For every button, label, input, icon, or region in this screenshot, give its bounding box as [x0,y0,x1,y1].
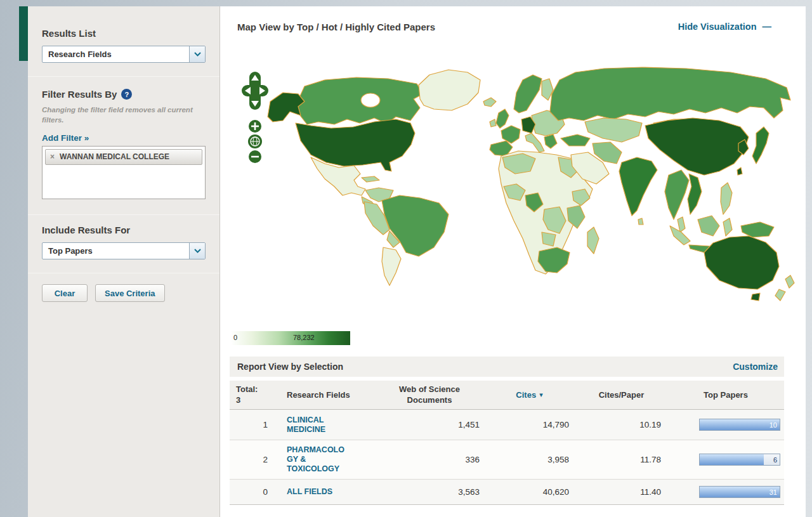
field-link[interactable]: CLINICAL MEDICINE [287,416,348,435]
top-papers-bar: 31 [699,486,780,498]
sidebar: Results List Research Fields Filter Resu… [28,6,220,517]
row-cites: 3,958 [483,440,575,479]
chevron-down-icon [189,46,205,62]
map-zoom-control[interactable] [247,119,263,166]
header-top-papers[interactable]: Top Papers [667,381,784,409]
results-list-heading: Results List [42,28,96,39]
include-results-heading: Include Results For [42,225,130,235]
map-pan-control[interactable] [241,71,269,113]
filter-note: Changing the filter field removes all cu… [42,105,202,125]
legend-min: 0 [233,334,237,341]
hide-visualization-label: Hide Visualization [678,22,757,32]
legend-max: 78,232 [293,334,315,341]
include-results-dropdown[interactable]: Top Papers [42,242,206,259]
row-docs: 336 [376,440,483,479]
header-cites-per-paper[interactable]: Cites/Paper [575,381,667,409]
report-table: Total: 3 Research Fields Web of Science … [230,381,784,505]
field-link[interactable]: PHARMACOLOGY & TOXICOLOGY [287,445,348,474]
minus-icon: — [763,22,772,32]
filter-results-heading: Filter Results By [42,89,117,100]
table-row: 1 CLINICAL MEDICINE 1,451 14,790 10.19 1… [230,410,784,440]
filter-box: × WANNAN MEDICAL COLLEGE [42,146,206,199]
customize-link[interactable]: Customize [733,357,778,377]
sort-desc-icon: ▾ [539,391,543,399]
row-cites: 40,620 [483,480,575,504]
report-section: Report View by Selection Customize Total… [230,357,784,505]
top-papers-bar: 10 [699,419,780,431]
row-rank: 2 [230,440,275,479]
save-criteria-button[interactable]: Save Criteria [95,284,165,302]
filter-tag[interactable]: × WANNAN MEDICAL COLLEGE [45,149,202,165]
total-label: Total: [236,384,258,395]
world-map[interactable] [230,62,806,324]
region-europe[interactable] [483,75,565,156]
cites-label: Cites [516,390,536,400]
main-panel: Map View by Top / Hot / Highly Cited Pap… [221,6,806,517]
row-docs: 1,451 [376,410,483,440]
remove-filter-icon[interactable]: × [50,152,55,161]
bar-fill [700,487,780,497]
globe-icon [248,134,262,148]
field-link[interactable]: ALL FIELDS [287,487,348,497]
bar-value: 6 [773,456,777,464]
map-legend: 0 78,232 [231,331,350,345]
zoom-out-icon [249,150,261,163]
filter-tag-label: WANNAN MEDICAL COLLEGE [60,152,198,162]
page: Results List Research Fields Filter Resu… [0,0,812,517]
zoom-in-icon [249,120,261,133]
clear-button[interactable]: Clear [42,284,88,302]
report-header-band: Report View by Selection Customize [230,357,784,377]
corner-accent [19,6,28,61]
bar-fill [700,454,764,465]
bar-fill [700,419,780,430]
sidebar-divider [28,273,219,273]
row-rank: 0 [230,480,275,504]
header-wos-documents[interactable]: Web of Science Documents [376,381,483,409]
add-filter-link[interactable]: Add Filter » [42,133,89,143]
bar-value: 10 [769,421,777,429]
row-cites: 14,790 [483,410,575,440]
table-row: 0 ALL FIELDS 3,563 40,620 11.40 31 [230,480,784,505]
row-cites-per-paper: 11.78 [575,440,667,479]
total-count: 3 [236,395,240,406]
help-icon[interactable]: ? [121,89,132,100]
report-title: Report View by Selection [237,357,343,377]
row-rank: 1 [230,410,275,440]
row-docs: 3,563 [376,480,483,504]
map-visualization[interactable]: 0 78,232 [230,62,806,349]
results-list-dropdown[interactable]: Research Fields [42,46,206,63]
row-cites-per-paper: 11.40 [575,480,667,504]
header-research-fields[interactable]: Research Fields [275,381,376,409]
header-total: Total: 3 [230,381,275,409]
chevron-down-icon [189,243,205,259]
map-view-title: Map View by Top / Hot / Highly Cited Pap… [237,22,435,32]
table-header-row: Total: 3 Research Fields Web of Science … [230,381,784,410]
hide-visualization-link[interactable]: Hide Visualization— [678,22,771,32]
bar-value: 31 [769,488,777,496]
row-cites-per-paper: 10.19 [575,410,667,440]
wos-line1: Web of Science [399,384,460,395]
region-oceania[interactable] [704,222,794,301]
table-row: 2 PHARMACOLOGY & TOXICOLOGY 336 3,958 11… [230,440,784,480]
results-list-value: Research Fields [43,49,189,59]
sidebar-divider [28,76,219,77]
wos-line2: Documents [407,395,452,406]
top-papers-bar: 6 [699,454,780,466]
header-cites[interactable]: Cites ▾ [483,381,575,409]
include-results-value: Top Papers [43,246,189,256]
region-south-america[interactable] [364,188,449,285]
sidebar-divider [28,214,219,215]
app-window: Results List Research Fields Filter Resu… [28,6,806,517]
